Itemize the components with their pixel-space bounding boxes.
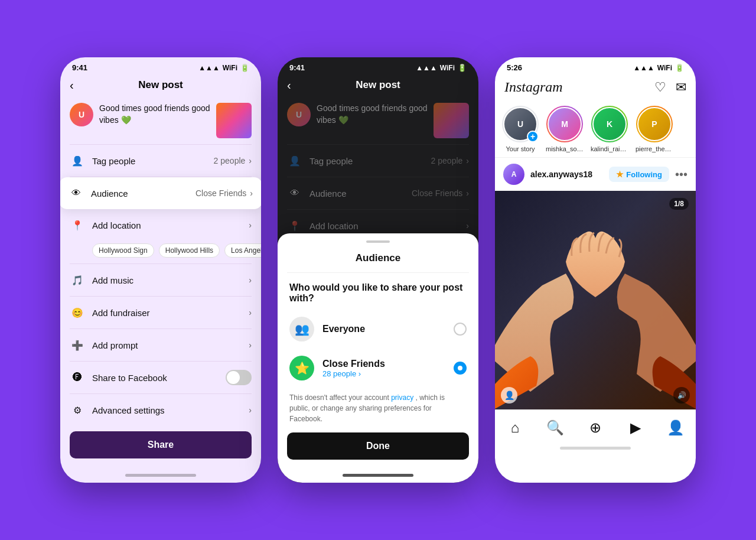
audience-row[interactable]: 👁 Audience Close Friends › [60,177,261,209]
nav-home-icon[interactable]: ⌂ [503,416,527,440]
everyone-text: Everyone [322,324,445,334]
location-tag-2[interactable]: Hollywood Hills [159,243,220,258]
fundraiser-label: Add fundraiser [92,308,249,318]
phone-2: 9:41 ▲▲▲ WiFi 🔋 ‹ New post U Good times … [278,57,478,483]
back-button-2[interactable]: ‹ [287,79,291,92]
post-username[interactable]: alex.anyways18 [530,170,609,179]
status-icons-1: ▲▲▲ WiFi 🔋 [198,64,249,72]
more-options-icon[interactable]: ••• [675,168,687,181]
add-fundraiser-row[interactable]: 😊 Add fundraiser › [60,297,261,328]
audience-sheet: Audience Who would you like to share you… [278,233,478,483]
phone2-screen: 9:41 ▲▲▲ WiFi 🔋 ‹ New post U Good times … [278,57,478,483]
share-facebook-row[interactable]: 🅕 Share to Facebook [60,362,261,393]
signal-icon: ▲▲▲ [198,64,220,72]
story-item-pierre[interactable]: P pierre_thecon [636,106,673,152]
location-tag-3[interactable]: Los Angeles [224,243,261,258]
dark-tag-chevron: › [466,156,469,165]
your-story-label: Your story [506,145,535,152]
dark-audience-chevron: › [466,188,469,198]
music-label: Add music [92,275,249,285]
messenger-icon[interactable]: ✉ [676,80,686,95]
story-item-kalindi[interactable]: K kalindi_rainb... [591,106,628,152]
story-label-pierre: pierre_thecon [636,145,673,152]
location-tags: Hollywood Sign Hollywood Hills Los Angel… [60,241,261,264]
stories-row: U + Your story M mishka_songs K kalindi_… [495,101,696,157]
nav-search-icon[interactable]: 🔍 [543,416,567,440]
share-facebook-label: Share to Facebook [92,373,226,383]
heart-icon[interactable]: ♡ [654,80,666,95]
status-time-3: 5:26 [507,63,522,72]
tag-people-icon: 👤 [70,153,85,168]
dark-post-thumbnail [434,103,469,138]
back-button-1[interactable]: ‹ [70,79,74,92]
post-image-counter: 1/8 [669,198,689,210]
audience-option-everyone[interactable]: 👥 Everyone [278,310,478,349]
everyone-icon: 👥 [295,322,309,336]
audience-icon: 👁 [69,186,84,201]
prompt-label: Add prompt [92,340,249,350]
story-ring-mishka: M [546,106,583,142]
share-button[interactable]: Share [70,431,252,458]
dark-tag-row: 👤 Tag people 2 people › [278,145,478,177]
audience-label: Audience [91,188,195,199]
everyone-radio[interactable] [454,323,467,336]
dark-audience-label: Audience [309,188,412,199]
wifi-icon: WiFi [223,64,237,72]
done-button[interactable]: Done [287,432,469,460]
your-story-item[interactable]: U + Your story [502,106,539,152]
status-bar-3: 5:26 ▲▲▲ WiFi 🔋 [495,57,696,76]
nav-add-icon[interactable]: ⊕ [584,416,607,440]
everyone-icon-wrap: 👥 [289,317,314,341]
dark-user-avatar: U [287,103,311,126]
location-chevron-icon: › [249,220,252,230]
nav-profile-icon[interactable]: 👤 [664,416,687,440]
tag-people-label: Tag people [92,156,214,166]
privacy-link[interactable]: privacy [391,393,413,402]
add-prompt-row[interactable]: ➕ Add prompt › [60,329,261,361]
story-avatar-pierre: P [637,107,672,141]
close-friends-sub[interactable]: 28 people › [322,369,445,378]
story-avatar-kalindi: K [592,107,627,141]
audience-chevron-icon: › [250,188,253,198]
tag-people-row[interactable]: 👤 Tag people 2 people › [60,145,261,177]
sheet-handle [366,240,390,243]
advanced-settings-chevron-icon: › [249,405,252,415]
advanced-settings-row[interactable]: ⚙ Advanced settings › [60,394,261,426]
phone3-screen: 5:26 ▲▲▲ WiFi 🔋 Instagram ♡ ✉ U + [495,57,696,483]
close-friends-name: Close Friends [322,359,445,369]
following-star-icon: ★ [616,170,624,179]
close-friends-star-icon: ⭐ [295,361,309,375]
location-tag-1[interactable]: Hollywood Sign [92,243,154,258]
home-indicator-3 [560,447,631,450]
add-story-badge: + [527,131,539,142]
dark-location-label: Add location [309,221,466,231]
your-story-ring: U + [502,106,539,142]
instagram-logo: Instagram [504,79,563,95]
add-music-row[interactable]: 🎵 Add music › [60,264,261,296]
nav-reels-icon[interactable]: ▶ [624,416,647,440]
post-profile-icon[interactable]: 👤 [501,387,517,404]
ig-header: Instagram ♡ ✉ [495,76,696,101]
phone-3: 5:26 ▲▲▲ WiFi 🔋 Instagram ♡ ✉ U + [495,57,696,483]
status-time-2: 9:41 [289,63,305,72]
story-label-kalindi: kalindi_rainb... [591,145,628,152]
post-image-controls: 👤 🔊 [501,387,690,404]
battery-icon-3: 🔋 [675,64,684,72]
phone-1: 9:41 ▲▲▲ WiFi 🔋 ‹ New post U Good times … [60,57,261,483]
share-facebook-toggle[interactable] [226,370,252,385]
advanced-settings-icon: ⚙ [70,402,85,418]
story-item-mishka[interactable]: M mishka_songs [546,106,584,152]
following-button[interactable]: ★ Following [609,167,669,182]
post-caption-1[interactable]: Good times good friends good vibes 💚 [99,103,210,126]
music-icon: 🎵 [70,272,85,288]
sheet-subtitle: Who would you like to share your post wi… [278,273,478,310]
post-volume-icon[interactable]: 🔊 [673,387,690,404]
signal-icon-3: ▲▲▲ [633,64,654,72]
close-friends-radio[interactable] [454,362,467,375]
status-bar-2: 9:41 ▲▲▲ WiFi 🔋 [278,57,478,76]
audience-option-close-friends[interactable]: ⭐ Close Friends 28 people › [278,349,478,388]
add-location-row[interactable]: 📍 Add location › [60,209,261,241]
location-label: Add location [92,220,249,230]
post-user-avatar: A [503,164,524,185]
post-user-row: A alex.anyways18 ★ Following ••• [495,158,696,191]
